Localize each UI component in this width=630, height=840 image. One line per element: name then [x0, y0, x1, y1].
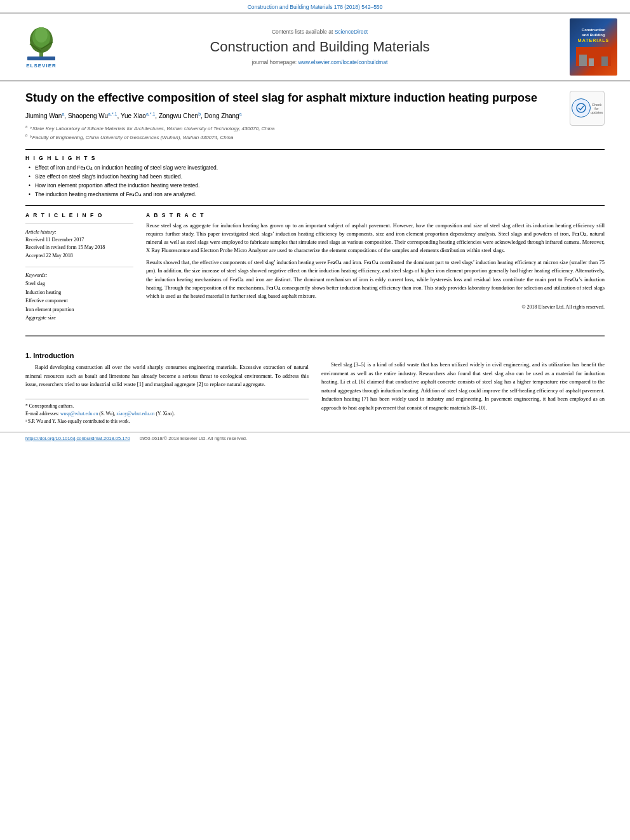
article-info-abstract: A R T I C L E I N F O Article history: R…: [25, 212, 605, 323]
info-divider: [25, 223, 133, 224]
abstract-col: A B S T R A C T Reuse steel slag as aggr…: [146, 212, 605, 323]
page: Construction and Building Materials 178 …: [0, 0, 630, 840]
email-line: E-mail addresses: wusp@whut.edu.cn (S. W…: [25, 410, 309, 418]
copyright-line: © 2018 Elsevier Ltd. All rights reserved…: [146, 304, 605, 310]
article-title-container: Study on the effective composition of st…: [25, 91, 605, 105]
check-circle: [572, 98, 591, 117]
footnote-1: ¹ S.P. Wu and Y. Xiao equally contribute…: [25, 418, 309, 425]
article-info-label: A R T I C L E I N F O: [25, 212, 133, 218]
journal-header: ELSEVIER Contents lists available at Sci…: [0, 13, 630, 81]
svg-rect-6: [27, 57, 55, 60]
svg-point-7: [577, 103, 586, 112]
check-updates-badge: Checkforupdates: [570, 91, 605, 126]
journal-homepage: journal homepage: www.elsevier.com/locat…: [70, 59, 570, 65]
abstract-text: Reuse steel slag as aggregate for induct…: [146, 222, 605, 301]
journal-cover-thumbnail: Constructionand BuildingMATERIALS: [570, 18, 617, 76]
highlight-item: The induction heating mechanisms of Fe₃O…: [29, 191, 605, 199]
doi-link[interactable]: https://doi.org/10.1016/j.conbuildmat.20…: [25, 436, 130, 441]
history-label: Article history:: [25, 229, 133, 235]
keywords-list: Steel slag Induction heating Effective c…: [25, 279, 133, 323]
body-col-right: Steel slag [3–5] is a kind of solid wast…: [321, 349, 605, 425]
email-wu[interactable]: wusp@whut.edu.cn: [60, 411, 98, 417]
affiliations: a ᵃ State Key Laboratory of Silicate Mat…: [25, 124, 605, 142]
highlights-section: H I G H L I G H T S Effect of iron and F…: [25, 155, 605, 199]
intro-heading: 1. Introduction: [25, 352, 309, 359]
history-text: Received 11 December 2017 Received in re…: [25, 236, 133, 260]
body-divider: [25, 335, 605, 337]
highlight-item: How iron element proportion affect the i…: [29, 182, 605, 190]
cover-title-text: Constructionand BuildingMATERIALS: [578, 28, 609, 44]
affiliation-b: b ᵇ Faculty of Engineering, China Univer…: [25, 133, 605, 142]
intro-body-left: Rapid developing construction all over t…: [25, 363, 309, 389]
highlight-item: Size effect on steel slag’s induction he…: [29, 173, 605, 181]
elsevier-tree-icon: [22, 26, 60, 61]
article-title: Study on the effective composition of st…: [25, 91, 605, 105]
affiliation-a: a ᵃ State Key Laboratory of Silicate Mat…: [25, 124, 605, 133]
article-info-col: A R T I C L E I N F O Article history: R…: [25, 212, 133, 323]
contents-line: Contents lists available at ScienceDirec…: [70, 29, 570, 35]
corresponding-label: * Corresponding authors.: [25, 403, 309, 410]
intro-body-right: Steel slag [3–5] is a kind of solid wast…: [321, 361, 605, 413]
abstract-para-1: Reuse steel slag as aggregate for induct…: [146, 222, 605, 255]
highlights-label: H I G H L I G H T S: [25, 155, 605, 161]
journal-title-area: Contents lists available at ScienceDirec…: [70, 29, 570, 65]
elsevier-logo: ELSEVIER: [13, 26, 70, 69]
abstract-label: A B S T R A C T: [146, 212, 605, 218]
article-area: Study on the effective composition of st…: [0, 81, 630, 329]
email-xiao[interactable]: xiaoy@whut.edu.cn: [116, 411, 154, 417]
issn-text: 0950-0618/© 2018 Elsevier Ltd. All right…: [140, 436, 247, 441]
authors-line: Jiuming Wana, Shaopeng Wua,*,1, Yue Xiao…: [25, 112, 605, 119]
highlights-divider-top: [25, 149, 605, 150]
highlight-item: Effect of iron and Fe₃O₄ on induction he…: [29, 164, 605, 172]
journal-ref-text: Construction and Building Materials 178 …: [248, 4, 383, 10]
body-col-left: 1. Introduction Rapid developing constru…: [25, 349, 309, 425]
cover-image: [576, 47, 611, 66]
bottom-ref-bar: https://doi.org/10.1016/j.conbuildmat.20…: [0, 432, 630, 444]
keywords-label: Keywords:: [25, 272, 133, 278]
svg-point-3: [35, 27, 48, 43]
elsevier-label: ELSEVIER: [26, 63, 57, 69]
journal-reference: Construction and Building Materials 178 …: [0, 0, 630, 13]
highlights-divider-bottom: [25, 205, 605, 206]
homepage-url[interactable]: www.elsevier.com/locate/conbuildmat: [298, 59, 388, 65]
check-updates-label: Checkforupdates: [591, 103, 603, 114]
highlights-list: Effect of iron and Fe₃O₄ on induction he…: [25, 164, 605, 199]
body-two-col: 1. Introduction Rapid developing constru…: [25, 349, 605, 425]
abstract-para-2: Results showed that, the effective compo…: [146, 258, 605, 300]
introduction-section: 1. Introduction Rapid developing constru…: [0, 343, 630, 432]
keywords-divider: [25, 267, 133, 267]
sciencedirect-link[interactable]: ScienceDirect: [335, 29, 368, 35]
journal-main-title: Construction and Building Materials: [70, 39, 570, 55]
footnotes: * Corresponding authors. E-mail addresse…: [25, 399, 309, 425]
